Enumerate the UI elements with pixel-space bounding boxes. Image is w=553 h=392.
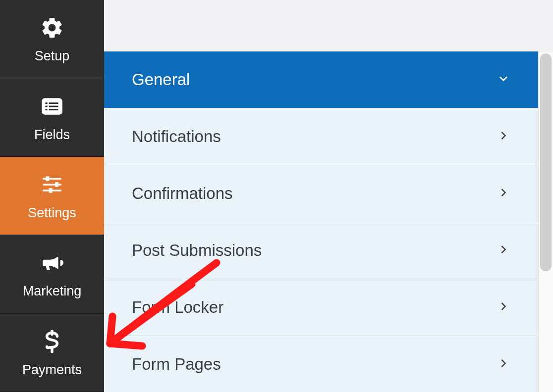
sidebar: Setup Fields Settings Marketing Payments <box>0 0 104 392</box>
sidebar-item-fields[interactable]: Fields <box>0 78 104 156</box>
topbar <box>104 0 553 51</box>
chevron-right-icon <box>497 299 510 315</box>
svg-rect-8 <box>45 102 47 104</box>
sidebar-item-label: Setup <box>35 49 70 64</box>
sidebar-item-label: Payments <box>22 362 82 378</box>
settings-item-label: General <box>132 70 190 89</box>
svg-rect-13 <box>49 109 58 110</box>
sliders-icon <box>38 171 66 198</box>
svg-rect-11 <box>49 102 58 104</box>
sidebar-item-label: Settings <box>28 205 76 221</box>
dollar-icon <box>38 328 66 355</box>
settings-item-general[interactable]: General <box>104 51 538 108</box>
settings-item-label: Form Pages <box>132 355 221 374</box>
svg-rect-10 <box>45 109 47 110</box>
list-icon <box>38 93 66 120</box>
settings-item-label: Post Submissions <box>132 241 262 260</box>
settings-item-label: Form Locker <box>132 298 223 317</box>
settings-panel: General Notifications Confirmations Post… <box>104 51 553 392</box>
settings-item-notifications[interactable]: Notifications <box>104 108 538 165</box>
settings-item-confirmations[interactable]: Confirmations <box>104 165 538 222</box>
main-content: General Notifications Confirmations Post… <box>104 0 553 392</box>
sidebar-item-settings[interactable]: Settings <box>0 157 104 235</box>
gear-icon <box>38 14 66 42</box>
sidebar-item-setup[interactable]: Setup <box>0 0 104 78</box>
sidebar-item-label: Marketing <box>23 284 82 299</box>
svg-rect-9 <box>45 105 47 107</box>
settings-item-form-locker[interactable]: Form Locker <box>104 279 538 336</box>
svg-rect-18 <box>55 182 58 187</box>
settings-item-form-pages[interactable]: Form Pages <box>104 336 538 392</box>
sidebar-item-label: Fields <box>34 127 70 143</box>
chevron-right-icon <box>497 243 510 258</box>
svg-rect-12 <box>49 105 58 107</box>
svg-rect-14 <box>43 178 61 179</box>
bullhorn-icon <box>38 249 66 277</box>
sidebar-item-marketing[interactable]: Marketing <box>0 235 104 313</box>
chevron-right-icon <box>497 356 510 372</box>
chevron-down-icon <box>497 72 510 88</box>
scrollbar-thumb[interactable] <box>540 53 552 271</box>
svg-rect-17 <box>46 176 50 181</box>
svg-rect-15 <box>43 184 61 185</box>
chevron-right-icon <box>497 186 510 201</box>
app-root: Setup Fields Settings Marketing Payments <box>0 0 553 392</box>
scrollbar-track[interactable] <box>538 51 553 392</box>
settings-item-label: Notifications <box>132 127 221 146</box>
settings-item-post-submissions[interactable]: Post Submissions <box>104 222 538 279</box>
settings-item-label: Confirmations <box>132 184 233 203</box>
svg-rect-19 <box>49 188 53 193</box>
chevron-right-icon <box>497 129 510 145</box>
sidebar-item-payments[interactable]: Payments <box>0 314 104 392</box>
